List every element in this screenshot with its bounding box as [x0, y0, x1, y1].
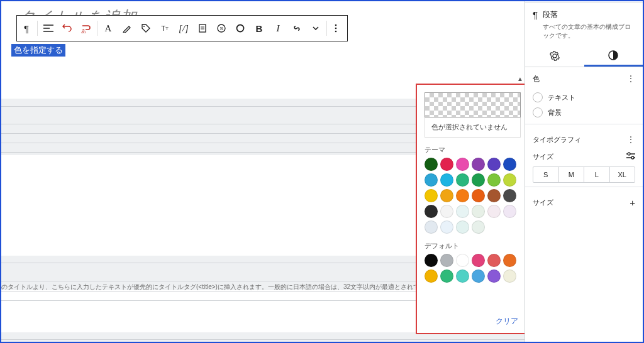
- color-swatch[interactable]: [503, 205, 516, 218]
- dimensions-panel-header[interactable]: サイズ +: [525, 191, 643, 214]
- settings-tab[interactable]: [525, 45, 584, 67]
- up-arrow-icon[interactable]: ▲: [517, 75, 523, 82]
- text-color-option[interactable]: テキスト: [525, 90, 643, 105]
- svg-point-1: [143, 26, 145, 27]
- theme-swatch-grid: [425, 158, 519, 234]
- color-swatch[interactable]: [440, 158, 453, 171]
- more-icon[interactable]: ⋮: [626, 74, 635, 84]
- font-size-icon[interactable]: TT: [155, 16, 174, 41]
- clear-button[interactable]: クリア: [496, 316, 518, 327]
- link-icon[interactable]: [287, 16, 306, 41]
- color-swatch[interactable]: [487, 189, 501, 202]
- settings-sidebar: ¶ 段落 すべての文章の基本の構成ブロックです。 色 ⋮ テキスト 背景 タイポ…: [525, 1, 643, 342]
- highlight-icon[interactable]: [118, 16, 136, 41]
- editor-canvas: タイトルを追加 ¶ あ A TT [/] S B I: [1, 1, 526, 342]
- font-size-button[interactable]: XL: [610, 167, 635, 182]
- color-swatch[interactable]: [472, 173, 485, 187]
- paragraph-icon: ¶: [533, 9, 538, 40]
- svg-text:S: S: [220, 26, 223, 31]
- color-swatch[interactable]: [425, 173, 438, 187]
- italic-icon[interactable]: I: [269, 16, 287, 41]
- svg-point-11: [631, 156, 634, 159]
- align-icon[interactable]: [39, 16, 58, 41]
- svg-point-6: [335, 24, 337, 26]
- document-icon[interactable]: [193, 16, 212, 41]
- theme-colors-label: テーマ: [425, 145, 519, 155]
- color-swatch[interactable]: [456, 158, 469, 171]
- color-swatch[interactable]: [456, 189, 469, 202]
- circle-icon[interactable]: [231, 16, 250, 41]
- font-size-row: サイズ: [525, 151, 643, 163]
- color-swatch[interactable]: [425, 270, 438, 283]
- color-swatch[interactable]: [487, 158, 501, 171]
- color-swatch[interactable]: [440, 220, 453, 234]
- color-swatch[interactable]: [487, 205, 501, 218]
- color-swatch[interactable]: [456, 173, 469, 187]
- more-icon[interactable]: [328, 16, 347, 41]
- strikethrough-icon[interactable]: S: [212, 16, 231, 41]
- text-color-swatch: [533, 92, 543, 102]
- plus-icon[interactable]: +: [630, 197, 635, 208]
- color-swatch[interactable]: [425, 220, 438, 234]
- color-swatch[interactable]: [425, 158, 438, 171]
- redo-style-icon[interactable]: あ: [77, 16, 96, 41]
- block-title: 段落: [543, 9, 635, 20]
- font-size-button[interactable]: S: [533, 167, 559, 182]
- color-swatch[interactable]: [425, 205, 438, 218]
- color-popover: 色が選択されていません テーマ デフォルト クリア: [416, 84, 526, 334]
- color-swatch[interactable]: [425, 189, 438, 202]
- color-swatch[interactable]: [503, 254, 516, 267]
- default-swatch-grid: [425, 254, 519, 283]
- typography-panel-header[interactable]: タイポグラフィ ⋮: [525, 128, 643, 151]
- brackets-icon[interactable]: [/]: [174, 16, 193, 41]
- sliders-icon[interactable]: [626, 152, 635, 161]
- color-swatch[interactable]: [425, 254, 438, 267]
- color-swatch[interactable]: [472, 254, 485, 267]
- block-subtitle: すべての文章の基本の構成ブロックです。: [543, 23, 635, 40]
- font-size-button[interactable]: M: [559, 167, 585, 182]
- no-color-message: 色が選択されていません: [425, 117, 521, 138]
- color-swatch[interactable]: [472, 270, 485, 283]
- bg-color-swatch: [533, 107, 543, 117]
- undo-icon[interactable]: [58, 16, 77, 41]
- color-swatch[interactable]: [472, 189, 485, 202]
- paragraph-icon[interactable]: ¶: [17, 16, 36, 41]
- styles-tab[interactable]: [584, 45, 643, 67]
- color-swatch[interactable]: [472, 158, 485, 171]
- color-swatch[interactable]: [440, 270, 453, 283]
- color-swatch[interactable]: [487, 173, 501, 187]
- color-swatch[interactable]: [456, 254, 469, 267]
- color-swatch[interactable]: [503, 173, 516, 187]
- background-color-option[interactable]: 背景: [525, 105, 643, 120]
- color-swatch[interactable]: [440, 205, 453, 218]
- block-description: ¶ 段落 すべての文章の基本の構成ブロックです。: [525, 3, 643, 45]
- color-preview-checker[interactable]: [425, 92, 521, 117]
- color-swatch[interactable]: [503, 189, 516, 202]
- block-toolbar: ¶ あ A TT [/] S B I: [16, 15, 348, 41]
- color-swatch[interactable]: [472, 205, 485, 218]
- color-swatch[interactable]: [503, 270, 516, 283]
- text-color-icon[interactable]: A: [99, 16, 118, 41]
- color-panel-header[interactable]: 色 ⋮: [525, 67, 643, 90]
- svg-point-7: [335, 28, 337, 30]
- color-swatch[interactable]: [503, 158, 516, 171]
- color-swatch[interactable]: [440, 254, 453, 267]
- bold-icon[interactable]: B: [250, 16, 269, 41]
- color-swatch[interactable]: [456, 270, 469, 283]
- color-swatch[interactable]: [440, 189, 453, 202]
- more-icon[interactable]: ⋮: [626, 134, 635, 144]
- svg-point-8: [335, 31, 337, 33]
- color-swatch[interactable]: [440, 173, 453, 187]
- color-swatch[interactable]: [487, 270, 501, 283]
- color-swatch[interactable]: [456, 205, 469, 218]
- selected-text[interactable]: 色を指定する: [11, 44, 65, 57]
- chevron-down-icon[interactable]: [306, 16, 325, 41]
- color-swatch[interactable]: [456, 220, 469, 234]
- svg-point-5: [237, 25, 244, 32]
- default-colors-label: デフォルト: [425, 241, 519, 251]
- style-tabs: [525, 45, 643, 67]
- tag-icon[interactable]: [136, 16, 155, 41]
- color-swatch[interactable]: [487, 254, 501, 267]
- font-size-button[interactable]: L: [584, 167, 610, 182]
- color-swatch[interactable]: [472, 220, 485, 234]
